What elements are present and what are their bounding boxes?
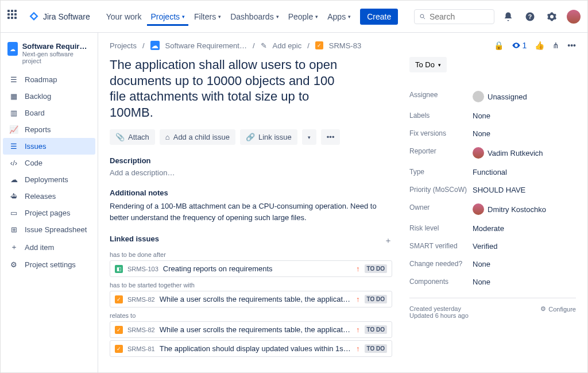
linked-issue-row[interactable]: ✓ SRMS-82 While a user scrolls the requi…	[110, 321, 392, 338]
nav-dashboards[interactable]: Dashboards▾	[227, 7, 283, 26]
priority-high-icon: ↑	[356, 295, 360, 303]
configure-button[interactable]: ⚙ Configure	[540, 305, 576, 313]
change-field[interactable]: None	[473, 260, 576, 268]
breadcrumb-add-epic[interactable]: Add epic	[273, 41, 302, 50]
nav-apps[interactable]: Apps▾	[324, 7, 354, 26]
labels-field[interactable]: None	[473, 111, 576, 120]
nav-your-work[interactable]: Your work	[103, 7, 145, 26]
sidebar-issues[interactable]: ☰Issues	[3, 138, 95, 155]
created-meta: Created yesterday	[409, 305, 469, 312]
svg-point-0	[420, 14, 424, 18]
search-input-wrapper[interactable]	[414, 9, 494, 24]
risk-field[interactable]: Moderate	[473, 224, 576, 233]
child-icon: ⌂	[165, 133, 170, 141]
priority-high-icon: ↑	[356, 264, 360, 273]
description-heading: Description	[110, 156, 392, 165]
app-switcher-icon[interactable]	[7, 10, 21, 24]
link-issue-button[interactable]: 🔗Link issue	[240, 129, 297, 145]
lock-icon[interactable]: 🔒	[494, 41, 504, 50]
create-button[interactable]: Create	[360, 9, 398, 25]
settings-icon[interactable]	[544, 9, 560, 25]
project-avatar: ☁	[7, 42, 18, 56]
type-field[interactable]: Functional	[473, 168, 576, 176]
link-icon: 🔗	[246, 133, 255, 141]
assignee-field[interactable]: Unassigned	[473, 91, 576, 102]
nav-projects[interactable]: Projects▾	[147, 7, 188, 26]
roadmap-icon: ☰	[9, 75, 19, 84]
more-actions-button[interactable]: •••	[321, 129, 341, 145]
add-child-button[interactable]: ⌂Add a child issue	[160, 129, 235, 145]
sidebar-project-settings[interactable]: ⚙Project settings	[3, 256, 95, 273]
plus-icon: ＋	[9, 242, 19, 252]
search-input[interactable]	[430, 12, 489, 21]
reporter-field[interactable]: Vadim Rutkevich	[473, 147, 576, 159]
issue-title[interactable]: The application shall allow users to ope…	[110, 57, 351, 120]
notes-body[interactable]: Rendering of a 100-MB attachment can be …	[110, 201, 392, 223]
link-relation-label: has to be done after	[110, 251, 392, 258]
breadcrumb-project[interactable]: Software Requirement…	[165, 41, 247, 50]
gear-icon: ⚙	[9, 260, 19, 269]
components-field[interactable]: None	[473, 278, 576, 286]
sidebar-reports[interactable]: 📈Reports	[3, 121, 95, 138]
releases-icon: ⛴	[9, 192, 19, 201]
chevron-down-icon: ▾	[308, 134, 311, 140]
watch-button[interactable]: 1	[512, 41, 527, 50]
priority-field[interactable]: SHOULD HAVE	[473, 186, 576, 194]
svg-text:?: ?	[528, 13, 532, 20]
task-icon: ✓	[115, 345, 123, 353]
breadcrumb-projects[interactable]: Projects	[110, 41, 137, 50]
thumbs-up-icon[interactable]: 👍	[535, 41, 544, 50]
linked-issue-row[interactable]: ◧ SRMS-103 Creating reports on requireme…	[110, 260, 392, 277]
unassigned-avatar	[473, 91, 484, 102]
link-relation-label: relates to	[110, 312, 392, 319]
meatballs-icon: •••	[327, 133, 335, 141]
sidebar-code[interactable]: ‹/›Code	[3, 155, 95, 171]
smart-field[interactable]: Verified	[473, 242, 576, 251]
status-badge: TO DO	[365, 295, 387, 303]
sidebar-deployments[interactable]: ☁Deployments	[3, 171, 95, 188]
backlog-icon: ▦	[9, 92, 19, 101]
linked-issue-row[interactable]: ✓ SRMS-81 The application should display…	[110, 340, 392, 357]
status-badge: TO DO	[365, 325, 387, 334]
reports-icon: 📈	[9, 125, 19, 134]
share-icon[interactable]: ⋔	[552, 41, 559, 50]
sidebar-add-item[interactable]: ＋Add item	[3, 238, 95, 256]
description-field[interactable]: Add a description…	[110, 168, 392, 177]
attachment-icon: 📎	[115, 133, 125, 141]
sidebar-releases[interactable]: ⛴Releases	[3, 188, 95, 205]
linked-issue-row[interactable]: ✓ SRMS-82 While a user scrolls the requi…	[110, 291, 392, 307]
sidebar-spreadsheet[interactable]: ⊞Issue Spreadsheet	[3, 221, 95, 238]
task-icon: ✓	[315, 41, 323, 49]
activity-heading: Activity	[110, 371, 392, 372]
notes-heading: Additional notes	[110, 189, 392, 197]
fix-versions-field[interactable]: None	[473, 129, 576, 138]
owner-field[interactable]: Dmitry Kostochko	[473, 203, 576, 215]
nav-filters[interactable]: Filters▾	[191, 7, 225, 26]
product-logo[interactable]: Jira Software	[28, 11, 90, 22]
notifications-icon[interactable]	[500, 9, 516, 25]
nav-people[interactable]: People▾	[285, 7, 322, 26]
project-icon: ☁	[150, 41, 160, 50]
add-link-icon[interactable]: ＋	[384, 236, 392, 246]
sidebar-backlog[interactable]: ▦Backlog	[3, 88, 95, 105]
priority-high-icon: ↑	[356, 344, 360, 353]
svg-line-1	[423, 17, 424, 18]
pages-icon: ▭	[9, 209, 19, 217]
chevron-down-icon: ▾	[348, 14, 351, 20]
sidebar-board[interactable]: ▥Board	[3, 105, 95, 121]
breadcrumb-issue-key[interactable]: SRMS-83	[329, 41, 361, 50]
owner-avatar	[473, 203, 484, 215]
sidebar-project-pages[interactable]: ▭Project pages	[3, 205, 95, 221]
chevron-down-icon: ▾	[276, 14, 279, 20]
code-icon: ‹/›	[9, 159, 19, 167]
status-dropdown[interactable]: To Do▾	[409, 57, 447, 72]
link-dropdown-button[interactable]: ▾	[302, 129, 316, 145]
attach-button[interactable]: 📎Attach	[110, 129, 155, 145]
status-badge: TO DO	[365, 264, 387, 273]
help-icon[interactable]: ?	[522, 9, 538, 25]
deployments-icon: ☁	[9, 175, 19, 184]
gear-icon: ⚙	[540, 305, 546, 313]
more-icon[interactable]: •••	[567, 41, 576, 50]
sidebar-roadmap[interactable]: ☰Roadmap	[3, 71, 95, 88]
user-avatar[interactable]	[567, 10, 581, 24]
